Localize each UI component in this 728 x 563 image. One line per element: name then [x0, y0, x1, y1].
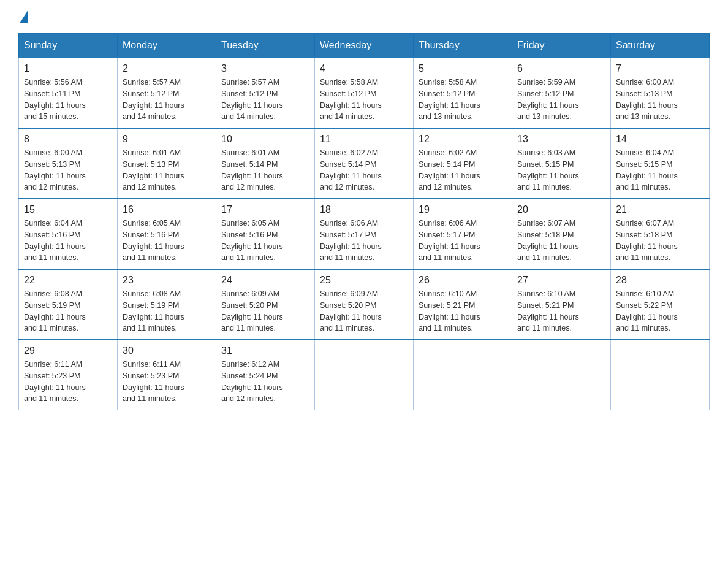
calendar-cell: 11 Sunrise: 6:02 AMSunset: 5:14 PMDaylig…: [315, 128, 414, 199]
calendar-week-row: 8 Sunrise: 6:00 AMSunset: 5:13 PMDayligh…: [19, 128, 710, 199]
calendar-cell: 2 Sunrise: 5:57 AMSunset: 5:12 PMDayligh…: [118, 58, 216, 128]
calendar-cell: [414, 340, 512, 410]
calendar-header-row: SundayMondayTuesdayWednesdayThursdayFrid…: [19, 34, 710, 58]
calendar-cell: 29 Sunrise: 6:11 AMSunset: 5:23 PMDaylig…: [19, 340, 118, 410]
day-number: 3: [221, 63, 309, 74]
day-number: 22: [24, 275, 112, 286]
day-number: 11: [320, 134, 408, 145]
calendar-cell: 21 Sunrise: 6:07 AMSunset: 5:18 PMDaylig…: [611, 199, 710, 269]
logo-triangle-icon: [20, 10, 28, 23]
day-info: Sunrise: 6:01 AMSunset: 5:13 PMDaylight:…: [123, 147, 211, 193]
calendar-cell: 20 Sunrise: 6:07 AMSunset: 5:18 PMDaylig…: [512, 199, 611, 269]
calendar-cell: 16 Sunrise: 6:05 AMSunset: 5:16 PMDaylig…: [118, 199, 216, 269]
day-info: Sunrise: 6:04 AMSunset: 5:16 PMDaylight:…: [24, 218, 112, 264]
day-info: Sunrise: 6:09 AMSunset: 5:20 PMDaylight:…: [320, 288, 408, 334]
day-number: 25: [320, 275, 408, 286]
calendar-cell: 28 Sunrise: 6:10 AMSunset: 5:22 PMDaylig…: [611, 269, 710, 340]
calendar-cell: 26 Sunrise: 6:10 AMSunset: 5:21 PMDaylig…: [414, 269, 512, 340]
day-info: Sunrise: 6:11 AMSunset: 5:23 PMDaylight:…: [123, 359, 211, 405]
calendar-cell: 6 Sunrise: 5:59 AMSunset: 5:12 PMDayligh…: [512, 58, 611, 128]
day-number: 21: [616, 204, 704, 215]
day-info: Sunrise: 6:03 AMSunset: 5:15 PMDaylight:…: [517, 147, 605, 193]
calendar-cell: 23 Sunrise: 6:08 AMSunset: 5:19 PMDaylig…: [118, 269, 216, 340]
calendar-cell: 10 Sunrise: 6:01 AMSunset: 5:14 PMDaylig…: [216, 128, 315, 199]
day-number: 6: [517, 63, 605, 74]
day-info: Sunrise: 6:01 AMSunset: 5:14 PMDaylight:…: [221, 147, 309, 193]
day-info: Sunrise: 5:59 AMSunset: 5:12 PMDaylight:…: [517, 77, 605, 123]
day-info: Sunrise: 6:00 AMSunset: 5:13 PMDaylight:…: [616, 77, 704, 123]
calendar-header-monday: Monday: [118, 34, 216, 58]
calendar-cell: 12 Sunrise: 6:02 AMSunset: 5:14 PMDaylig…: [414, 128, 512, 199]
calendar-cell: 5 Sunrise: 5:58 AMSunset: 5:12 PMDayligh…: [414, 58, 512, 128]
day-info: Sunrise: 6:07 AMSunset: 5:18 PMDaylight:…: [517, 218, 605, 264]
calendar-cell: 9 Sunrise: 6:01 AMSunset: 5:13 PMDayligh…: [118, 128, 216, 199]
calendar-cell: [512, 340, 611, 410]
day-info: Sunrise: 6:12 AMSunset: 5:24 PMDaylight:…: [221, 359, 309, 405]
calendar-cell: 18 Sunrise: 6:06 AMSunset: 5:17 PMDaylig…: [315, 199, 414, 269]
day-number: 5: [419, 63, 507, 74]
calendar-cell: [611, 340, 710, 410]
day-info: Sunrise: 6:06 AMSunset: 5:17 PMDaylight:…: [419, 218, 507, 264]
day-number: 23: [123, 275, 211, 286]
day-info: Sunrise: 6:06 AMSunset: 5:17 PMDaylight:…: [320, 218, 408, 264]
day-number: 7: [616, 63, 704, 74]
day-number: 10: [221, 134, 309, 145]
calendar-cell: 3 Sunrise: 5:57 AMSunset: 5:12 PMDayligh…: [216, 58, 315, 128]
calendar-header-friday: Friday: [512, 34, 611, 58]
day-info: Sunrise: 6:10 AMSunset: 5:22 PMDaylight:…: [616, 288, 704, 334]
day-info: Sunrise: 6:04 AMSunset: 5:15 PMDaylight:…: [616, 147, 704, 193]
day-info: Sunrise: 5:57 AMSunset: 5:12 PMDaylight:…: [123, 77, 211, 123]
calendar-cell: 22 Sunrise: 6:08 AMSunset: 5:19 PMDaylig…: [19, 269, 118, 340]
calendar-cell: 25 Sunrise: 6:09 AMSunset: 5:20 PMDaylig…: [315, 269, 414, 340]
calendar-cell: 15 Sunrise: 6:04 AMSunset: 5:16 PMDaylig…: [19, 199, 118, 269]
day-info: Sunrise: 6:10 AMSunset: 5:21 PMDaylight:…: [419, 288, 507, 334]
calendar-cell: 1 Sunrise: 5:56 AMSunset: 5:11 PMDayligh…: [19, 58, 118, 128]
day-number: 24: [221, 275, 309, 286]
day-number: 29: [24, 345, 112, 356]
calendar-cell: 7 Sunrise: 6:00 AMSunset: 5:13 PMDayligh…: [611, 58, 710, 128]
calendar-cell: [315, 340, 414, 410]
calendar-week-row: 29 Sunrise: 6:11 AMSunset: 5:23 PMDaylig…: [19, 340, 710, 410]
calendar-cell: 14 Sunrise: 6:04 AMSunset: 5:15 PMDaylig…: [611, 128, 710, 199]
day-number: 15: [24, 204, 112, 215]
day-info: Sunrise: 5:58 AMSunset: 5:12 PMDaylight:…: [419, 77, 507, 123]
calendar-cell: 19 Sunrise: 6:06 AMSunset: 5:17 PMDaylig…: [414, 199, 512, 269]
calendar-cell: 17 Sunrise: 6:05 AMSunset: 5:16 PMDaylig…: [216, 199, 315, 269]
day-info: Sunrise: 6:08 AMSunset: 5:19 PMDaylight:…: [123, 288, 211, 334]
day-info: Sunrise: 6:09 AMSunset: 5:20 PMDaylight:…: [221, 288, 309, 334]
day-info: Sunrise: 6:08 AMSunset: 5:19 PMDaylight:…: [24, 288, 112, 334]
calendar-week-row: 1 Sunrise: 5:56 AMSunset: 5:11 PMDayligh…: [19, 58, 710, 128]
day-number: 13: [517, 134, 605, 145]
day-info: Sunrise: 5:56 AMSunset: 5:11 PMDaylight:…: [24, 77, 112, 123]
calendar-cell: 30 Sunrise: 6:11 AMSunset: 5:23 PMDaylig…: [118, 340, 216, 410]
day-number: 20: [517, 204, 605, 215]
day-number: 8: [24, 134, 112, 145]
day-number: 26: [419, 275, 507, 286]
calendar-cell: 13 Sunrise: 6:03 AMSunset: 5:15 PMDaylig…: [512, 128, 611, 199]
day-number: 28: [616, 275, 704, 286]
calendar-cell: 24 Sunrise: 6:09 AMSunset: 5:20 PMDaylig…: [216, 269, 315, 340]
day-number: 9: [123, 134, 211, 145]
calendar-header-thursday: Thursday: [414, 34, 512, 58]
day-number: 19: [419, 204, 507, 215]
day-info: Sunrise: 6:11 AMSunset: 5:23 PMDaylight:…: [24, 359, 112, 405]
day-info: Sunrise: 6:05 AMSunset: 5:16 PMDaylight:…: [123, 218, 211, 264]
page-header: [18, 12, 710, 21]
calendar-header-sunday: Sunday: [19, 34, 118, 58]
day-number: 16: [123, 204, 211, 215]
calendar-header-tuesday: Tuesday: [216, 34, 315, 58]
day-info: Sunrise: 5:57 AMSunset: 5:12 PMDaylight:…: [221, 77, 309, 123]
day-number: 17: [221, 204, 309, 215]
logo: [18, 12, 28, 21]
day-info: Sunrise: 6:07 AMSunset: 5:18 PMDaylight:…: [616, 218, 704, 264]
calendar-header-saturday: Saturday: [611, 34, 710, 58]
day-number: 30: [123, 345, 211, 356]
calendar-week-row: 22 Sunrise: 6:08 AMSunset: 5:19 PMDaylig…: [19, 269, 710, 340]
calendar-cell: 27 Sunrise: 6:10 AMSunset: 5:21 PMDaylig…: [512, 269, 611, 340]
day-number: 31: [221, 345, 309, 356]
day-number: 4: [320, 63, 408, 74]
day-number: 27: [517, 275, 605, 286]
day-number: 18: [320, 204, 408, 215]
day-info: Sunrise: 6:10 AMSunset: 5:21 PMDaylight:…: [517, 288, 605, 334]
calendar-table: SundayMondayTuesdayWednesdayThursdayFrid…: [18, 33, 710, 410]
